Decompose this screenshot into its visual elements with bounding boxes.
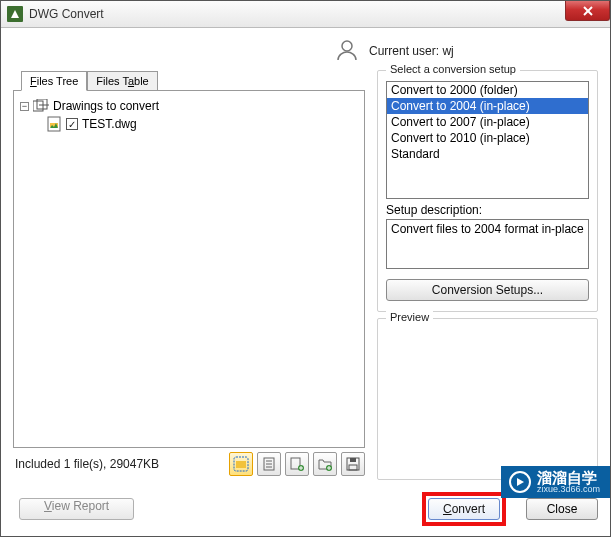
close-icon	[583, 6, 593, 16]
view-report-button[interactable]: View Report	[19, 498, 134, 520]
user-name-text: wj	[442, 44, 453, 58]
user-label-text: Current user:	[369, 44, 439, 58]
convert-highlight: Convert	[422, 492, 506, 526]
setup-description-box: Convert files to 2004 format in-place	[386, 219, 589, 269]
open-folder-icon	[233, 456, 249, 472]
main-columns: Files Tree Files Table − Dra	[13, 70, 598, 480]
dwg-convert-window: DWG Convert Current user: wj Files Tree	[0, 0, 611, 537]
conversion-setups-button[interactable]: Conversion Setups...	[386, 279, 589, 301]
conversion-setups-label: Conversion Setups...	[432, 283, 543, 297]
watermark-url: zixue.3d66.com	[537, 485, 600, 494]
add-folder-icon	[317, 456, 333, 472]
tabs: Files Tree Files Table	[21, 70, 365, 90]
app-icon	[7, 6, 23, 22]
svg-rect-9	[236, 461, 246, 468]
list-item[interactable]: Convert to 2010 (in-place)	[387, 130, 588, 146]
tree-item-label: TEST.dwg	[82, 117, 137, 131]
clipboard-icon	[261, 456, 277, 472]
icon-toolbar	[229, 452, 365, 476]
add-file-button[interactable]	[285, 452, 309, 476]
setup-description-label: Setup description:	[386, 203, 589, 217]
included-status: Included 1 file(s), 29047KB	[13, 457, 159, 471]
list-item[interactable]: Convert to 2000 (folder)	[387, 82, 588, 98]
window-close-button[interactable]	[565, 1, 610, 21]
titlebar: DWG Convert	[1, 1, 610, 28]
svg-point-2	[342, 41, 352, 51]
close-button-label: Close	[547, 502, 578, 516]
status-row: Included 1 file(s), 29047KB	[13, 452, 365, 476]
close-button[interactable]: Close	[526, 498, 598, 520]
conversion-setup-group: Select a conversion setup Convert to 200…	[377, 70, 598, 312]
files-tree-panel: − Drawings to convert ✓ TEST.dwg	[13, 90, 365, 448]
tab-files-table[interactable]: Files Table	[87, 71, 157, 91]
add-folder-button[interactable]	[313, 452, 337, 476]
setup-group-label: Select a conversion setup	[386, 63, 520, 75]
list-item[interactable]: Convert to 2004 (in-place)	[387, 98, 588, 114]
user-icon	[335, 38, 359, 64]
tree-item[interactable]: ✓ TEST.dwg	[46, 116, 358, 132]
tab-files-tree[interactable]: Files Tree	[21, 71, 87, 91]
save-icon	[345, 456, 361, 472]
collapse-icon[interactable]: −	[20, 102, 29, 111]
right-column: Select a conversion setup Convert to 200…	[377, 70, 598, 480]
svg-rect-23	[349, 465, 357, 470]
add-file-icon	[289, 456, 305, 472]
conversion-setup-list[interactable]: Convert to 2000 (folder) Convert to 2004…	[386, 81, 589, 199]
watermark-badge: 溜溜自学 zixue.3d66.com	[501, 466, 610, 498]
save-button[interactable]	[341, 452, 365, 476]
tree-root-label: Drawings to convert	[53, 99, 159, 113]
play-icon	[509, 471, 531, 493]
open-folder-button[interactable]	[229, 452, 253, 476]
setup-description-text: Convert files to 2004 format in-place	[391, 222, 584, 236]
svg-rect-22	[350, 458, 356, 462]
left-column: Files Tree Files Table − Dra	[13, 70, 365, 480]
preview-label: Preview	[386, 311, 433, 323]
tab-files-tree-rest: iles Tree	[37, 75, 79, 87]
dialog-content: Current user: wj Files Tree Files Table	[1, 28, 610, 536]
list-item[interactable]: Standard	[387, 146, 588, 162]
convert-button[interactable]: Convert	[428, 498, 500, 520]
preview-group: Preview	[377, 318, 598, 480]
current-user-label: Current user: wj	[369, 44, 454, 58]
dwg-file-icon	[46, 116, 62, 132]
clipboard-button[interactable]	[257, 452, 281, 476]
tree-item-checkbox[interactable]: ✓	[66, 118, 78, 130]
watermark-title: 溜溜自学	[537, 470, 600, 485]
list-item[interactable]: Convert to 2007 (in-place)	[387, 114, 588, 130]
window-title: DWG Convert	[29, 7, 104, 21]
drawings-icon	[33, 99, 49, 113]
preview-body	[386, 329, 589, 429]
tree-root[interactable]: − Drawings to convert	[20, 99, 358, 113]
